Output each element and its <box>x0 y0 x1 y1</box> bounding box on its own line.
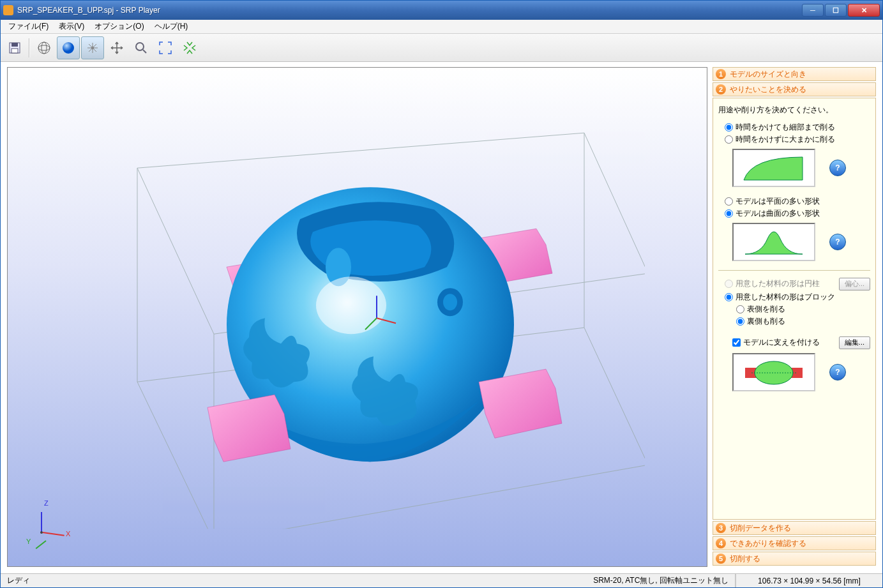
preview-support: ? <box>732 353 815 391</box>
menu-options[interactable]: オプション(O) <box>89 20 149 33</box>
menu-file[interactable]: ファイル(F) <box>3 20 54 33</box>
step-3-title: 切削データを作る <box>730 523 791 534</box>
statusbar: レディ SRM-20, ATC無し, 回転軸ユニット無し 106.73 × 10… <box>1 573 882 587</box>
preview-detail: ? <box>732 149 815 187</box>
rotate-button[interactable] <box>81 36 104 59</box>
checkbox-support-input[interactable] <box>732 338 741 347</box>
menubar: ファイル(F) 表示(V) オプション(O) ヘルプ(H) <box>1 20 882 34</box>
radio-time-detail[interactable]: 時間をかけても細部まで削る <box>725 122 870 133</box>
radio-time-detail-input[interactable] <box>725 123 733 132</box>
toolbar <box>1 34 882 62</box>
status-machine: SRM-20, ATC無し, 回転軸ユニット無し <box>587 574 736 587</box>
radio-mat-block[interactable]: 用意した材料の形はブロック <box>725 292 870 303</box>
step-2-title: やりたいことを決める <box>730 84 806 95</box>
status-spacer <box>36 574 587 587</box>
status-dimensions: 106.73 × 104.99 × 54.56 [mm] <box>736 574 882 587</box>
help-button-3[interactable]: ? <box>829 364 846 381</box>
window-title: SRP_SPEAKER_B_UPP.spj - SRP Player <box>17 6 802 15</box>
menu-view[interactable]: 表示(V) <box>54 20 89 33</box>
divider <box>718 270 870 271</box>
fit-button[interactable] <box>154 36 177 59</box>
status-ready: レディ <box>1 574 36 587</box>
svg-point-5 <box>42 42 47 54</box>
radio-mat-cylinder-input <box>725 280 733 288</box>
svg-marker-18 <box>479 369 562 438</box>
help-button-2[interactable]: ? <box>829 234 846 250</box>
svg-point-4 <box>38 45 50 50</box>
z-label: Z <box>44 499 49 507</box>
instruction-text: 用途や削り方を決めてください。 <box>718 105 870 116</box>
window-controls: ─ ☐ ✕ <box>802 4 880 17</box>
radio-both-sides-label: 裏側も削る <box>747 316 785 327</box>
radio-flat-input[interactable] <box>725 197 733 206</box>
zoom-button[interactable] <box>130 36 153 59</box>
y-axis-icon <box>36 540 47 549</box>
radio-front-only[interactable]: 表側を削る <box>736 304 870 315</box>
model-rendering <box>70 69 645 529</box>
radio-curved-input[interactable] <box>725 209 733 218</box>
radio-time-rough-input[interactable] <box>725 135 733 144</box>
step-4-header[interactable]: 4 できあがりを確認する <box>713 536 876 550</box>
radio-time-rough-label: 時間をかけずに大まかに削る <box>736 134 835 145</box>
center-button[interactable] <box>178 36 201 59</box>
svg-point-15 <box>443 294 457 310</box>
curve-preview-icon <box>739 152 809 184</box>
radio-flat-label: モデルは平面の多い形状 <box>736 196 820 207</box>
shaded-button[interactable] <box>57 36 80 59</box>
step-2-badge: 2 <box>716 84 726 94</box>
svg-point-8 <box>136 43 144 50</box>
app-window: SRP_SPEAKER_B_UPP.spj - SRP Player ─ ☐ ✕… <box>0 0 883 588</box>
dome-preview-icon <box>739 226 809 258</box>
content-area: Z X Y 1 モデルのサイズと向き 2 やりたいことを決める 用途や削り方を決… <box>1 62 882 573</box>
wireframe-button[interactable] <box>33 36 56 59</box>
pan-button[interactable] <box>105 36 128 59</box>
eccentric-button: 偏心... <box>839 278 870 290</box>
svg-point-7 <box>91 47 94 49</box>
radio-time-detail-label: 時間をかけても細部まで削る <box>736 122 835 133</box>
preview-shape: ? <box>732 223 815 261</box>
close-button[interactable]: ✕ <box>848 4 880 17</box>
svg-rect-2 <box>11 49 18 53</box>
z-axis-icon <box>41 512 42 532</box>
minimize-button[interactable]: ─ <box>802 4 824 17</box>
app-icon <box>3 5 13 15</box>
axis-origin <box>40 531 43 534</box>
step-1-badge: 1 <box>716 69 726 79</box>
radio-both-sides[interactable]: 裏側も削る <box>736 316 870 327</box>
radio-flat[interactable]: モデルは平面の多い形状 <box>725 196 870 207</box>
save-button[interactable] <box>3 36 26 59</box>
support-preview-icon <box>739 356 809 388</box>
radio-time-rough[interactable]: 時間をかけずに大まかに削る <box>725 134 870 145</box>
radio-both-sides-input[interactable] <box>736 317 744 326</box>
3d-viewport[interactable]: Z X Y <box>7 67 707 567</box>
radio-mat-block-label: 用意した材料の形はブロック <box>736 292 835 303</box>
separator <box>29 38 30 57</box>
radio-mat-cylinder: 用意した材料の形は円柱 <box>725 278 839 289</box>
svg-point-3 <box>38 42 50 54</box>
edit-button[interactable]: 編集... <box>839 336 870 349</box>
step-2-header[interactable]: 2 やりたいことを決める <box>713 82 876 96</box>
step-5-badge: 5 <box>716 554 726 564</box>
svg-line-9 <box>143 50 146 53</box>
svg-point-16 <box>316 276 386 334</box>
radio-mat-block-input[interactable] <box>725 293 733 301</box>
step-5-header[interactable]: 5 切削する <box>713 552 876 566</box>
step-1-title: モデルのサイズと向き <box>730 69 806 80</box>
help-button-1[interactable]: ? <box>829 160 846 176</box>
step-4-badge: 4 <box>716 538 726 548</box>
side-panel: 1 モデルのサイズと向き 2 やりたいことを決める 用途や削り方を決めてください… <box>713 67 876 567</box>
radio-front-only-label: 表側を削る <box>747 304 785 315</box>
radio-curved-label: モデルは曲面の多い形状 <box>736 208 820 219</box>
step-5-title: 切削する <box>730 554 760 564</box>
svg-rect-1 <box>11 43 18 47</box>
step-3-header[interactable]: 3 切削データを作る <box>713 521 876 535</box>
radio-front-only-input[interactable] <box>736 305 744 313</box>
menu-help[interactable]: ヘルプ(H) <box>149 20 193 33</box>
step-1-header[interactable]: 1 モデルのサイズと向き <box>713 67 876 81</box>
maximize-button[interactable]: ☐ <box>825 4 847 17</box>
checkbox-support[interactable]: モデルに支えを付ける <box>732 337 839 348</box>
radio-curved[interactable]: モデルは曲面の多い形状 <box>725 208 870 219</box>
svg-marker-17 <box>208 395 291 462</box>
step-4-title: できあがりを確認する <box>730 538 806 549</box>
radio-mat-cylinder-label: 用意した材料の形は円柱 <box>736 278 820 289</box>
